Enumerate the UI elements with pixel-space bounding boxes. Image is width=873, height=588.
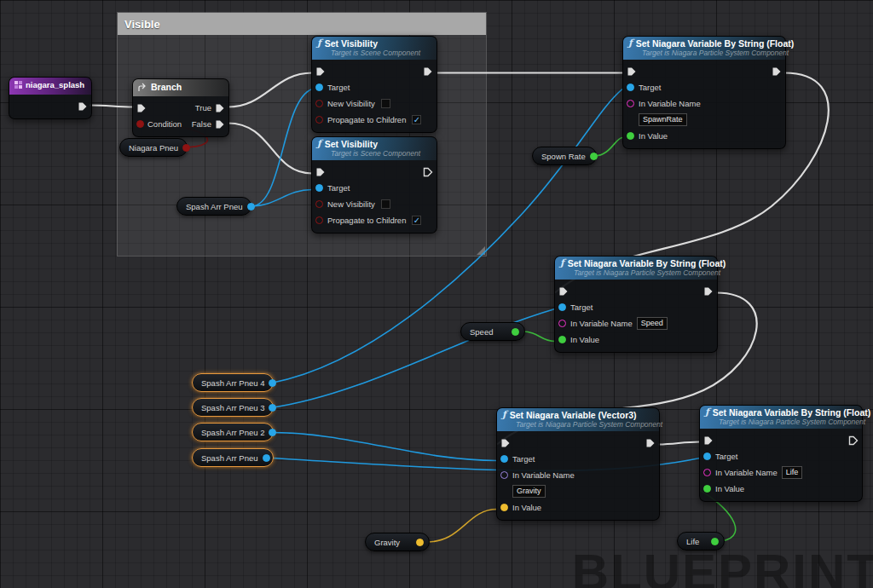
propagate-pin[interactable] [315, 216, 323, 224]
new-visibility-checkbox[interactable] [381, 99, 390, 108]
pill-spash-arr-pneu-1[interactable]: Spash Arr Pneu [192, 448, 274, 467]
in-variable-name-pin[interactable] [627, 100, 634, 107]
node-set-visibility-1[interactable]: ƒ Set Visibility Target is Scene Compone… [311, 36, 437, 133]
in-value-pin[interactable] [703, 485, 711, 493]
output-pin[interactable] [512, 328, 519, 336]
wire-float-spownrate-invalue[interactable] [594, 138, 622, 157]
new-visibility-pin[interactable] [315, 100, 323, 107]
output-pin[interactable] [182, 144, 190, 152]
pill-niagara-pneu[interactable]: Niagara Pneu [119, 138, 188, 157]
graph-canvas[interactable]: Visible BLUEPRINT niagara [0, 0, 873, 588]
target-pin[interactable] [627, 84, 634, 91]
pill-label: Spown Rate [541, 152, 586, 161]
pin-label-target: Target [327, 83, 350, 92]
pin-label-false: False [192, 119, 211, 129]
wire-object-pneu2-gravity-target[interactable] [271, 433, 497, 461]
in-value-pin[interactable] [500, 504, 508, 511]
variable-name-field[interactable]: Speed [637, 317, 668, 330]
exec-in-pin[interactable] [558, 286, 569, 297]
target-pin[interactable] [500, 455, 508, 463]
exec-out-pin[interactable] [645, 438, 656, 448]
false-exec-out-pin[interactable] [215, 119, 225, 130]
node-set-niagara-life[interactable]: ƒ Set Niagara Variable By String (Float)… [699, 405, 863, 502]
wire-vector-gravity-invalue[interactable] [427, 510, 497, 543]
wire-object-pneu-setvis1-target[interactable] [251, 89, 312, 207]
pill-gravity[interactable]: Gravity [365, 533, 430, 551]
exec-in-pin[interactable] [703, 435, 714, 446]
target-pin[interactable] [315, 184, 323, 192]
exec-out-pin[interactable] [423, 167, 433, 177]
node-title: Set Visibility [325, 139, 378, 149]
function-icon: ƒ [317, 140, 321, 148]
new-visibility-checkbox[interactable] [381, 199, 390, 209]
propagate-pin[interactable] [315, 116, 323, 124]
output-pin[interactable] [416, 539, 424, 546]
wire-float-speed-invalue[interactable] [523, 331, 555, 342]
variable-name-field[interactable]: Life [782, 466, 803, 479]
pill-spash-arr-pneu-comment[interactable]: Spash Arr Pneu [176, 197, 251, 216]
output-pin[interactable] [269, 379, 276, 387]
node-subtitle: Target is Niagara Particle System Compon… [516, 420, 652, 429]
pin-label-target: Target [639, 83, 661, 92]
exec-out-pin[interactable] [703, 286, 714, 297]
output-pin[interactable] [711, 538, 719, 545]
node-set-niagara-gravity[interactable]: ƒ Set Niagara Variable (Vector3) Target … [496, 407, 660, 521]
exec-out-pin[interactable] [78, 101, 88, 112]
node-branch[interactable]: Branch True Condition [132, 78, 229, 137]
pill-life[interactable]: Life [677, 532, 725, 551]
output-pin[interactable] [247, 203, 255, 210]
in-variable-name-pin[interactable] [703, 469, 711, 476]
exec-out-pin[interactable] [772, 66, 782, 77]
pin-label-in-value: In Value [512, 503, 541, 512]
pill-spash-arr-pneu-2[interactable]: Spash Arr Pneu 2 [192, 423, 274, 441]
wire-exec-gravity-life[interactable] [658, 442, 700, 445]
propagate-checkbox[interactable] [412, 216, 421, 225]
pin-label-true: True [195, 103, 211, 112]
node-subtitle: Target is Niagara Particle System Compon… [719, 418, 855, 426]
pin-label-target: Target [327, 183, 350, 193]
node-subtitle: Target is Scene Component [331, 49, 430, 57]
exec-in-pin[interactable] [315, 167, 326, 177]
pin-label-in-value: In Value [639, 131, 668, 141]
pill-spash-arr-pneu-4[interactable]: Spash Arr Pneu 4 [192, 373, 274, 392]
output-pin[interactable] [263, 454, 270, 462]
target-pin[interactable] [558, 303, 566, 311]
pin-label-target: Target [715, 452, 737, 461]
target-pin[interactable] [703, 453, 711, 460]
wire-exec-splash-branch[interactable] [90, 106, 134, 107]
wire-object-pneu-setvis2-target[interactable] [251, 190, 312, 207]
pill-label: Gravity [374, 538, 400, 547]
condition-pin[interactable] [136, 120, 144, 128]
node-set-niagara-speed[interactable]: ƒ Set Niagara Variable By String (Float)… [554, 256, 718, 353]
new-visibility-pin[interactable] [315, 200, 323, 208]
node-niagara-splash[interactable]: niagara_splash [9, 77, 92, 119]
pill-spown-rate[interactable]: Spown Rate [532, 147, 597, 165]
variable-name-field[interactable]: SpawnRate [639, 113, 687, 126]
exec-in-pin[interactable] [315, 66, 326, 77]
in-variable-name-pin[interactable] [500, 471, 508, 479]
output-pin[interactable] [269, 429, 276, 436]
node-title: Set Visibility [325, 38, 378, 49]
target-pin[interactable] [315, 84, 323, 91]
exec-in-pin[interactable] [136, 103, 147, 113]
node-set-visibility-2[interactable]: ƒ Set Visibility Target is Scene Compone… [311, 136, 437, 233]
in-value-pin[interactable] [627, 132, 634, 140]
exec-in-pin[interactable] [627, 66, 637, 77]
pill-label: Spash Arr Pneu 3 [201, 403, 264, 412]
pill-speed[interactable]: Speed [460, 322, 525, 341]
in-value-pin[interactable] [558, 336, 566, 343]
output-pin[interactable] [269, 404, 276, 412]
propagate-checkbox[interactable] [412, 115, 421, 124]
exec-out-pin[interactable] [848, 435, 859, 446]
true-exec-out-pin[interactable] [215, 103, 225, 113]
pill-label: Spash Arr Pneu [186, 202, 243, 211]
node-set-niagara-spawnrate[interactable]: ƒ Set Niagara Variable By String (Float)… [622, 36, 786, 149]
exec-in-pin[interactable] [500, 438, 511, 448]
exec-out-pin[interactable] [423, 66, 433, 77]
in-variable-name-pin[interactable] [558, 320, 566, 327]
pill-spash-arr-pneu-3[interactable]: Spash Arr Pneu 3 [192, 398, 274, 417]
output-pin[interactable] [590, 153, 598, 160]
variable-name-field[interactable]: Gravity [512, 485, 546, 498]
wire-exec-false-setvis2[interactable] [228, 124, 312, 174]
pill-label: Speed [470, 327, 493, 337]
